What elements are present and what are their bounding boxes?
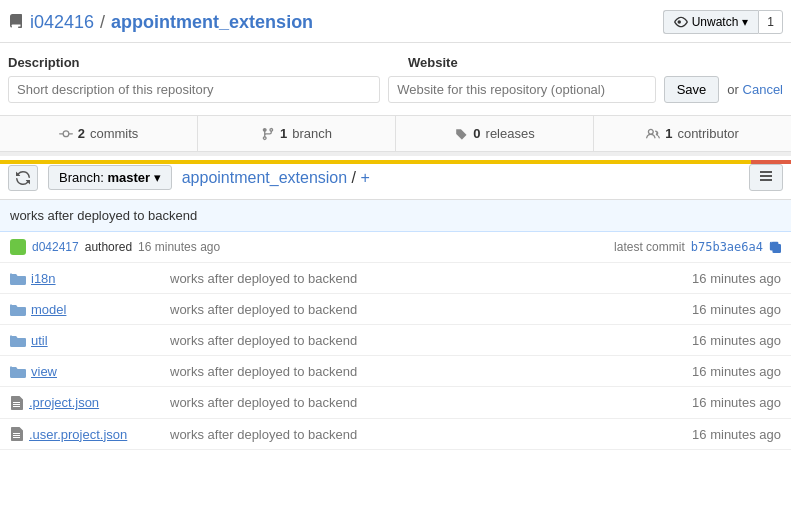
commit-info-row: d042417 authored 16 minutes ago latest c… [0, 232, 791, 263]
refresh-button[interactable] [8, 165, 38, 191]
progress-bar [0, 152, 791, 156]
repo-icon [8, 14, 24, 30]
file-time: 16 minutes ago [574, 325, 791, 356]
file-message: works after deployed to backend [160, 263, 574, 294]
eye-icon [674, 15, 688, 29]
file-message: works after deployed to backend [160, 294, 574, 325]
file-message: works after deployed to backend [160, 356, 574, 387]
branch-name: master [107, 170, 150, 185]
repo-header: i042416 / appointment_extension Unwatch … [0, 0, 791, 43]
releases-stat[interactable]: 0 releases [396, 116, 594, 151]
branches-count: 1 [280, 126, 287, 141]
repo-slash: / [100, 12, 105, 33]
file-name-link[interactable]: util [31, 333, 48, 348]
file-name-link[interactable]: .project.json [29, 395, 99, 410]
cancel-link[interactable]: Cancel [743, 82, 783, 97]
commits-stat[interactable]: 2 commits [0, 116, 198, 151]
repo-path: appointment_extension / + [182, 169, 370, 187]
copy-icon[interactable] [769, 240, 781, 254]
progress-yellow [0, 160, 751, 164]
commit-avatar [10, 239, 26, 255]
folder-icon [10, 365, 26, 379]
branches-icon [261, 127, 275, 141]
file-icon [10, 426, 24, 442]
website-input[interactable] [388, 76, 655, 103]
file-table: i18nworks after deployed to backend16 mi… [0, 263, 791, 450]
commit-banner-message: works after deployed to backend [10, 208, 197, 223]
branch-label: Branch: [59, 170, 104, 185]
folder-icon [10, 272, 26, 286]
file-name-link[interactable]: .user.project.json [29, 427, 127, 442]
commits-count: 2 [78, 126, 85, 141]
description-label: Description [8, 55, 408, 70]
commit-banner: works after deployed to backend [0, 200, 791, 232]
branches-stat[interactable]: 1 branch [198, 116, 396, 151]
table-row: utilworks after deployed to backend16 mi… [0, 325, 791, 356]
or-text: or Cancel [727, 82, 783, 97]
unwatch-btn[interactable]: Unwatch ▾ 1 [663, 10, 783, 34]
repo-name[interactable]: appointment_extension [111, 12, 313, 33]
repo-path-name[interactable]: appointment_extension [182, 169, 347, 186]
list-icon [758, 169, 774, 183]
branch-select[interactable]: Branch: master ▾ [48, 165, 172, 190]
latest-commit-label: latest commit [614, 240, 685, 254]
commit-authored: authored [85, 240, 132, 254]
file-time: 16 minutes ago [574, 263, 791, 294]
path-separator: / [352, 169, 361, 186]
releases-count: 0 [473, 126, 480, 141]
commit-hash[interactable]: b75b3ae6a4 [691, 240, 763, 254]
website-label: Website [408, 55, 458, 70]
refresh-icon [15, 170, 31, 186]
list-view-button[interactable] [749, 164, 783, 191]
file-time: 16 minutes ago [574, 294, 791, 325]
folder-icon [10, 334, 26, 348]
releases-icon [454, 127, 468, 141]
file-time: 16 minutes ago [574, 418, 791, 450]
file-name-link[interactable]: i18n [31, 271, 56, 286]
file-message: works after deployed to backend [160, 387, 574, 419]
path-plus[interactable]: + [361, 169, 370, 186]
branch-dropdown-arrow: ▾ [154, 170, 161, 185]
unwatch-label: Unwatch [692, 15, 739, 29]
commit-time: 16 minutes ago [138, 240, 220, 254]
dropdown-arrow: ▾ [742, 15, 748, 29]
file-name-link[interactable]: model [31, 302, 66, 317]
repo-title: i042416 / appointment_extension [8, 12, 313, 33]
contributors-label: contributor [677, 126, 738, 141]
file-icon [10, 395, 24, 411]
file-message: works after deployed to backend [160, 325, 574, 356]
repo-owner[interactable]: i042416 [30, 12, 94, 33]
branches-label: branch [292, 126, 332, 141]
stats-bar: 2 commits 1 branch 0 releases 1 contribu… [0, 116, 791, 152]
commit-author[interactable]: d042417 [32, 240, 79, 254]
contributors-icon [646, 127, 660, 141]
contributors-count: 1 [665, 126, 672, 141]
file-time: 16 minutes ago [574, 387, 791, 419]
table-row: .user.project.jsonworks after deployed t… [0, 418, 791, 450]
contributors-stat[interactable]: 1 contributor [594, 116, 791, 151]
releases-label: releases [486, 126, 535, 141]
table-row: viewworks after deployed to backend16 mi… [0, 356, 791, 387]
file-name-link[interactable]: view [31, 364, 57, 379]
file-message: works after deployed to backend [160, 418, 574, 450]
table-row: .project.jsonworks after deployed to bac… [0, 387, 791, 419]
folder-icon [10, 303, 26, 317]
table-row: modelworks after deployed to backend16 m… [0, 294, 791, 325]
save-button[interactable]: Save [664, 76, 720, 103]
file-time: 16 minutes ago [574, 356, 791, 387]
unwatch-main-btn[interactable]: Unwatch ▾ [663, 10, 759, 34]
description-input[interactable] [8, 76, 380, 103]
commits-icon [59, 127, 73, 141]
commits-label: commits [90, 126, 138, 141]
unwatch-count: 1 [758, 10, 783, 34]
table-row: i18nworks after deployed to backend16 mi… [0, 263, 791, 294]
description-section: Description Website Save or Cancel [0, 43, 791, 116]
